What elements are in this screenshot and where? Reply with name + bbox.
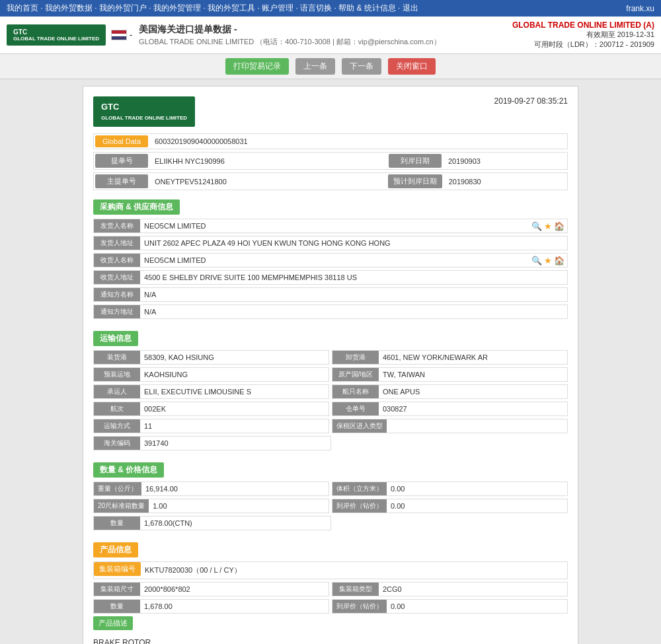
brand-logo: GTCGLOBAL TRADE ONLINE LIMITED	[7, 24, 106, 46]
voyage-field: 航次 002EK	[93, 402, 329, 416]
home-icon-2[interactable]: 🏠	[554, 256, 564, 266]
doc-header: GTCGLOBAL TRADE ONLINE LIMITED 2019-09-2…	[93, 96, 568, 127]
master-bill-label: 主提单号	[95, 174, 148, 188]
container-value: 030827	[379, 403, 567, 415]
weight-label: 重量（公斤）	[94, 482, 141, 495]
shipper-addr-label: 发货人地址	[94, 236, 140, 250]
print-button-top[interactable]: 打印贸易记录	[225, 58, 289, 75]
origin-port-value: 58309, KAO HSIUNG	[140, 351, 329, 363]
page-title-area: 美国海关进口提单数据 - GLOBAL TRADE ONLINE LIMITED…	[132, 24, 512, 47]
consignee-addr-field: 收货人地址 4500 E SHELBY DRIVE SUITE 100 MEMP…	[93, 270, 568, 285]
container-type-field: 集装箱类型 2CG0	[332, 582, 568, 596]
prod-price-field: 到岸价（钻价） 0.00	[332, 599, 568, 614]
nav-lang-switch[interactable]: 语言切换	[300, 3, 332, 13]
container20-price-row: 20尺标准箱数量 1.00 到岸价（钻价） 0.00	[93, 499, 568, 513]
header-bar: GTCGLOBAL TRADE ONLINE LIMITED - 美国海关进口提…	[0, 17, 661, 54]
global-data-value: 60032019090400000058031	[149, 135, 567, 147]
nav-export-mgmt[interactable]: 我的外贸管理	[153, 3, 201, 13]
close-button-top[interactable]: 关闭窗口	[388, 58, 436, 75]
origin-port-field: 装货港 58309, KAO HSIUNG	[93, 350, 329, 365]
valid-until: 有效期至 2019-12-31	[512, 30, 654, 40]
origin-country-value: TW, TAIWAN	[379, 369, 567, 380]
container20-value: 1.00	[149, 500, 329, 512]
quantity-row: 数量 1,678.00(CTN)	[93, 516, 568, 530]
volume-field: 体积（立方米） 0.00	[332, 482, 568, 496]
container-no-label[interactable]: 集装箱编号	[94, 562, 141, 576]
nav-home[interactable]: 我的首页	[7, 3, 38, 13]
transport-bonded-row: 运输方式 11 保税区进入类型	[93, 419, 568, 433]
ldr: 可用时段（LDR）：200712 - 201909	[512, 40, 654, 50]
arrival-price-field: 到岸价（钻价） 0.00	[332, 499, 568, 513]
nav-help[interactable]: 帮助 & 统计信息	[338, 3, 396, 13]
product-section: 产品信息 集装箱编号 KKTU7820030（00 / L / CY） 集装箱尺…	[93, 536, 568, 644]
container-size-field: 集装箱尺寸 2000*806*802	[93, 582, 329, 596]
next-button-top[interactable]: 下一条	[342, 58, 381, 75]
weight-value: 16,914.00	[141, 483, 329, 495]
volume-value: 0.00	[387, 483, 567, 495]
star-icon[interactable]: ★	[544, 221, 552, 231]
prod-price-label: 到岸价（钻价）	[332, 600, 387, 613]
home-icon[interactable]: 🏠	[554, 221, 564, 231]
global-data-label: Global Data	[95, 135, 148, 147]
carrier-label: 承运人	[94, 385, 140, 398]
prev-button-top[interactable]: 上一条	[295, 58, 335, 75]
notify-addr-row: 通知方地址 N/A	[93, 304, 568, 319]
voyage-label: 航次	[94, 402, 140, 415]
consignee-addr-label: 收货人地址	[94, 271, 140, 284]
container-field: 仓单号 030827	[332, 402, 568, 416]
product-desc-row: 产品描述	[93, 616, 568, 633]
consignee-name-label: 收货人名称	[94, 254, 140, 267]
us-flag	[111, 30, 127, 40]
notify-addr-value: N/A	[140, 306, 567, 318]
consignee-name-icons: 🔍 ★ 🏠	[529, 256, 567, 266]
transport-mode-value: 11	[140, 420, 329, 432]
port-row: 装货港 58309, KAO HSIUNG 卸货港 4601, NEW YORK…	[93, 350, 568, 365]
carrier-field: 承运人 ELII, EXECUTIVE LIMOUSINE S	[93, 384, 329, 399]
est-arrival-value: 20190830	[444, 176, 567, 188]
quantity-section: 数量 & 价格信息 重量（公斤） 16,914.00 体积（立方米） 0.00 …	[93, 456, 568, 530]
transport-mode-field: 运输方式 11	[93, 419, 329, 433]
origin-country-label: 原产国/地区	[332, 368, 379, 381]
customs-code-field: 海关编码 391740	[93, 436, 331, 450]
flag-area: -	[111, 30, 132, 40]
shipper-addr-row: 发货人地址 UNIT 2602 APEC PLAZA 49 HOI YUEN K…	[93, 236, 568, 250]
shipper-name-value: NEO5CM LIMITED	[140, 220, 529, 232]
phone-label: 电话：400-710-3008	[263, 38, 330, 46]
origin-port-label: 装货港	[94, 351, 140, 364]
consignee-name-value: NEO5CM LIMITED	[140, 254, 529, 266]
global-data-row: Global Data 60032019090400000058031	[93, 133, 568, 149]
voyage-container-row: 航次 002EK 仓单号 030827	[93, 402, 568, 416]
notify-addr-field: 通知方地址 N/A	[93, 304, 568, 319]
product-desc-value: BRAKE ROTOR	[93, 635, 568, 644]
quantity-section-header: 数量 & 价格信息	[93, 462, 164, 478]
search-icon[interactable]: 🔍	[531, 221, 542, 231]
arrival-date-value: 20190903	[443, 155, 567, 167]
customs-code-row: 海关编码 391740	[93, 436, 568, 450]
page-subtitle: GLOBAL TRADE ONLINE LIMITED （电话：400-710-…	[139, 37, 512, 47]
notify-name-label: 通知方名称	[94, 288, 140, 301]
quantity-label: 数量	[94, 517, 140, 530]
consignee-name-row: 收货人名称 NEO5CM LIMITED 🔍 ★ 🏠	[93, 253, 568, 268]
document-card: GTCGLOBAL TRADE ONLINE LIMITED 2019-09-2…	[83, 86, 578, 644]
container-no-row: 集装箱编号 KKTU7820030（00 / L / CY）	[93, 561, 568, 579]
star-icon-2[interactable]: ★	[544, 256, 552, 266]
carrier-value: ELII, EXECUTIVE LIMOUSINE S	[140, 386, 329, 398]
container-type-value: 2CG0	[379, 583, 567, 595]
prod-qty-label: 数量	[94, 600, 140, 613]
shipper-addr-field: 发货人地址 UNIT 2602 APEC PLAZA 49 HOI YUEN K…	[93, 236, 568, 250]
container-type-label: 集装箱类型	[332, 583, 379, 596]
search-icon-2[interactable]: 🔍	[531, 256, 542, 266]
nav-import-data[interactable]: 我的外贸数据	[45, 3, 93, 13]
bill-row: 提单号 ELIIKHH NYC190996 到岸日期 20190903	[93, 152, 568, 170]
origin-country-field: 原产国/地区 TW, TAIWAN	[332, 367, 568, 382]
transport-mode-label: 运输方式	[94, 419, 140, 433]
container-no-field: 集装箱编号 KKTU7820030（00 / L / CY）	[93, 561, 568, 579]
nav-export-tools[interactable]: 我的外贸工具	[208, 3, 255, 13]
master-bill-row: 主提单号 ONEYTPEV51241800 预计到岸日期 20190830	[93, 172, 568, 190]
bonded-field: 保税区进入类型	[332, 419, 568, 433]
vessel-field: 船只名称 ONE APUS	[332, 384, 568, 399]
nav-logout[interactable]: 退出	[403, 3, 418, 13]
nav-account-mgmt[interactable]: 账户管理	[262, 3, 293, 13]
nav-export-portal[interactable]: 我的外贸门户	[99, 3, 147, 13]
prod-qty-price-row: 数量 1,678.00 到岸价（钻价） 0.00	[93, 599, 568, 614]
